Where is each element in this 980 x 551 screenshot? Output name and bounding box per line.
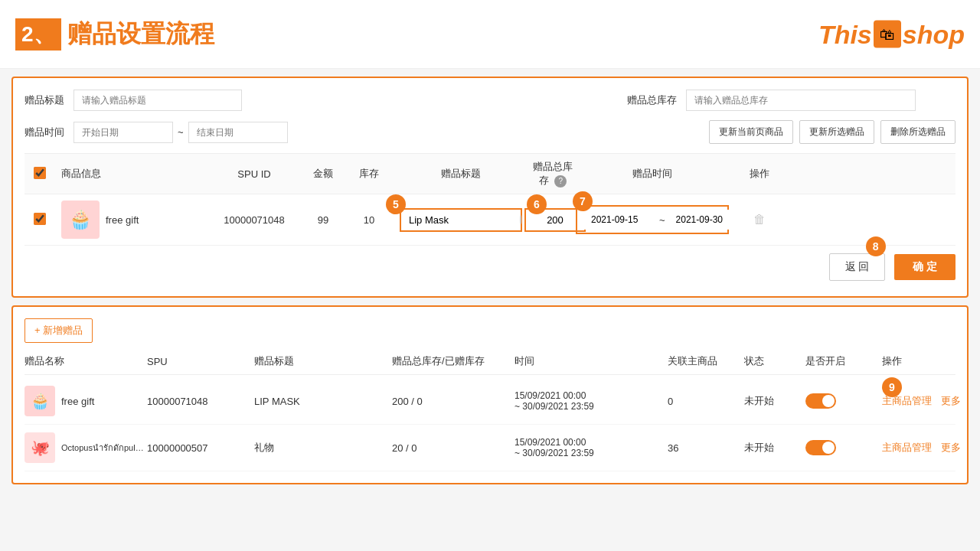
brow2-stock-ratio: 20 / 0: [392, 442, 514, 454]
brow1-gift-title: LIP MASK: [254, 396, 392, 407]
th-gift-title: 赠品标题: [392, 167, 530, 181]
date-tilde: ~: [178, 126, 184, 138]
add-gift-button[interactable]: + 新增赠品: [24, 318, 93, 343]
logo-shop-text: shop: [903, 19, 965, 49]
row-date-cell: 7 ~: [576, 205, 729, 234]
bth-name: 赠品名称: [24, 354, 147, 368]
bth-time: 时间: [514, 354, 668, 368]
top-panel: 赠品标题 赠品总库存 赠品时间 ~ 更新当前页商品 更新所选赠品 删除所选赠品: [11, 77, 969, 298]
update-current-button[interactable]: 更新当前页商品: [709, 120, 793, 144]
toggle-1[interactable]: [805, 393, 836, 409]
gift-title-row-input[interactable]: [400, 208, 522, 232]
brow1-stock-ratio: 200 / 0: [392, 396, 514, 407]
logo: This shop: [818, 19, 965, 49]
bth-enabled: 是否开启: [805, 354, 882, 368]
main-product-manage-link-2[interactable]: 主商品管理: [882, 442, 932, 453]
gift-stock-help-icon[interactable]: ?: [554, 175, 567, 187]
brow2-operations: 主商品管理 更多: [882, 441, 974, 455]
row-date-start-input[interactable]: [583, 210, 656, 230]
form-row-1: 赠品标题 赠品总库存: [24, 90, 956, 111]
bth-status: 状态: [744, 354, 805, 368]
product-info: 🧁 free gift: [61, 201, 208, 239]
row-gift-stock-cell: 6: [530, 208, 576, 232]
update-selected-button[interactable]: 更新所选赠品: [799, 120, 874, 144]
th-operation: 操作: [729, 167, 790, 181]
brow1-name-text: free gift: [61, 396, 94, 407]
brow1-status: 未开始: [744, 394, 805, 408]
row-select-checkbox[interactable]: [34, 213, 46, 225]
gift-stock-input[interactable]: [686, 90, 916, 111]
gift-title-input[interactable]: [74, 90, 242, 111]
page-title: 赠品设置流程: [67, 18, 214, 51]
delete-selected-button[interactable]: 删除所选赠品: [880, 120, 956, 144]
brow1-operations: 9 主商品管理 更多: [882, 394, 974, 408]
annotation-9: 9: [882, 377, 902, 397]
clear-dot[interactable]: [520, 215, 521, 224]
table-header: 商品信息 SPU ID 金额 库存 赠品标题 赠品总库存 ? 赠品时间 操作: [24, 153, 956, 194]
bth-stock-ratio: 赠品总库存/已赠库存: [392, 354, 514, 368]
row-spu-id: 10000071048: [208, 214, 300, 226]
action-buttons: 更新当前页商品 更新所选赠品 删除所选赠品: [709, 120, 956, 144]
gift-title-label: 赠品标题: [24, 93, 64, 107]
return-button[interactable]: 返 回: [829, 253, 886, 281]
bottom-table-header: 赠品名称 SPU 赠品标题 赠品总库存/已赠库存 时间 关联主商品 状态 是否开…: [24, 354, 956, 375]
th-product-info: 商品信息: [55, 167, 208, 181]
brow2-spu: 10000000507: [147, 442, 254, 454]
brow1-name: 🧁 free gift: [24, 386, 147, 416]
brow2-toggle[interactable]: [805, 440, 882, 455]
annotation-8: 8: [866, 236, 886, 256]
product-img-2: 🐙: [24, 432, 55, 463]
brow2-related: 36: [668, 442, 744, 454]
logo-this-text: This: [818, 19, 872, 49]
brow1-related: 0: [668, 396, 744, 407]
more-link-2[interactable]: 更多: [941, 442, 961, 453]
form-row-2: 赠品时间 ~ 更新当前页商品 更新所选赠品 删除所选赠品: [24, 120, 956, 144]
brow2-name-text: Octopusนำรักดักpul-Outกระเป๋าการ์ดู...: [61, 441, 145, 455]
toggle-2[interactable]: [805, 440, 836, 455]
gift-time-label: 赠品时间: [24, 126, 64, 139]
bottom-table-row-2: 🐙 Octopusนำรักดักpul-Outกระเป๋าการ์ดู...…: [24, 425, 956, 471]
date-start-input[interactable]: [74, 122, 173, 143]
annotation-7: 7: [573, 191, 593, 211]
date-end-input[interactable]: [188, 122, 288, 143]
main-content: 赠品标题 赠品总库存 赠品时间 ~ 更新当前页商品 更新所选赠品 删除所选赠品: [0, 69, 980, 492]
table-row: 🧁 free gift 10000071048 99 10 5 6: [24, 194, 956, 246]
bth-spu: SPU: [147, 356, 254, 367]
brow2-name: 🐙 Octopusนำรักดักpul-Outกระเป๋าการ์ดู...: [24, 432, 147, 463]
brow2-gift-title: 礼物: [254, 441, 392, 455]
brow1-toggle[interactable]: [805, 393, 882, 409]
bottom-buttons: 8 返 回 确 定: [24, 246, 956, 285]
row-gift-title-cell: 5: [392, 208, 530, 232]
th-stock: 库存: [346, 167, 392, 181]
row-amount: 99: [300, 214, 346, 226]
th-spu-id: SPU ID: [208, 168, 300, 180]
page-title-area: 2、 赠品设置流程: [15, 18, 214, 51]
product-img-1: 🧁: [24, 386, 55, 416]
row-checkbox: [24, 213, 55, 227]
row-product-info: 🧁 free gift: [55, 201, 208, 239]
bth-related: 关联主商品: [668, 354, 744, 368]
gift-stock-label: 赠品总库存: [627, 93, 677, 107]
confirm-button[interactable]: 确 定: [894, 254, 956, 280]
row-date-tilde: ~: [659, 214, 665, 226]
brow2-time: 15/09/2021 00:00 ~ 30/09/2021 23:59: [514, 437, 668, 458]
brow1-time: 15/09/2021 00:00 ~ 30/09/2021 23:59: [514, 390, 668, 412]
row-stock: 10: [346, 214, 392, 226]
select-all-checkbox[interactable]: [34, 167, 46, 179]
product-image: 🧁: [61, 201, 100, 239]
th-gift-stock: 赠品总库存 ?: [530, 160, 576, 187]
th-amount: 金额: [300, 167, 346, 181]
delete-icon[interactable]: 🗑: [753, 213, 766, 226]
bth-operation: 操作: [882, 354, 974, 368]
logo-bag-icon: [874, 21, 901, 48]
th-checkbox: [24, 167, 55, 181]
product-info-b-1: 🧁 free gift: [24, 386, 147, 416]
annotation-5: 5: [386, 194, 406, 214]
brow2-status: 未开始: [744, 441, 805, 455]
date-range: ~: [74, 122, 288, 143]
product-name: free gift: [106, 214, 139, 226]
row-date-end-input[interactable]: [668, 210, 741, 230]
more-link-1[interactable]: 更多: [941, 395, 961, 406]
bottom-table-row-1: 🧁 free gift 10000071048 LIP MASK 200 / 0…: [24, 378, 956, 425]
page-header: 2、 赠品设置流程 This shop: [0, 0, 980, 69]
